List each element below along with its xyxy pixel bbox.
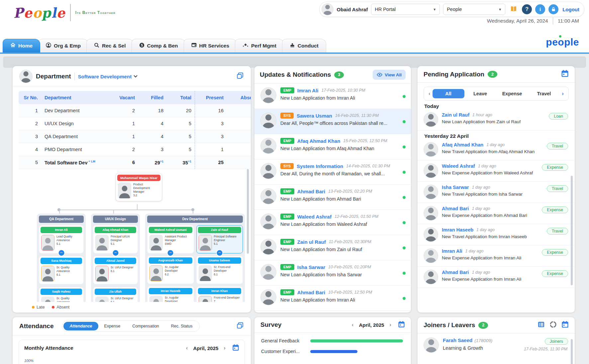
help-icon[interactable]: ? bbox=[522, 4, 532, 14]
nav-tab-comp-ben[interactable]: SComp & Ben bbox=[132, 39, 186, 52]
pending-application-row[interactable]: Ahmad Bari 1 day ago New Expense Applica… bbox=[418, 203, 575, 224]
pending-application-row[interactable]: Imran Ali 1 day ago New Expense Applicat… bbox=[418, 245, 575, 267]
org-employee-card[interactable]: Augranzaib Khan Sr. Augular Developer 6.… bbox=[147, 256, 194, 284]
nav-tab-home[interactable]: Home bbox=[3, 39, 40, 52]
logout-button[interactable]: Logout bbox=[562, 7, 579, 12]
applicant-name[interactable]: Ahmad Bari bbox=[442, 206, 469, 211]
org-employee-card[interactable]: Imran Khan Front-end Developer 7 bbox=[196, 286, 243, 302]
expand-card-icon[interactable] bbox=[236, 72, 244, 81]
department-table-row[interactable]: 2 UI/UX Design 1 4 5 31 80% bbox=[19, 117, 251, 130]
applicant-name[interactable]: Imran Haseeb bbox=[442, 227, 473, 232]
notification-sender[interactable]: Sawera Usman bbox=[297, 113, 332, 119]
pending-application-row[interactable]: Isha Sarwar 1 day ago New Travel Applica… bbox=[418, 182, 575, 203]
pending-application-row[interactable]: Ahmad Bari 1 day ago New Expense Applica… bbox=[418, 267, 575, 288]
notification-row[interactable]: EMP Afaq Ahmad Khan 15-Feb-2025, 12:50 P… bbox=[254, 134, 411, 159]
notification-row[interactable]: EMP Isha Sarwar 10-Feb-2025, 01:20PM New… bbox=[254, 260, 411, 286]
attendance-tab-expense[interactable]: Expense bbox=[98, 322, 127, 330]
org-employee-card[interactable]: Zia Ullah Sr. UI/UI Designer 6.1 bbox=[93, 287, 138, 302]
org-employee-card[interactable]: Waleed Ashraf Usmani Assistant Product M… bbox=[147, 225, 194, 253]
notification-row[interactable]: EMP Zain ul Rauf 11-Feb-2025, 02:30PM Ne… bbox=[254, 235, 411, 260]
next-month-icon[interactable]: › bbox=[387, 321, 393, 328]
notification-row[interactable]: EMP Ahmad Bari 10-Feb-2025, 12:50 PM New… bbox=[254, 286, 411, 311]
attendance-tab-attendance[interactable]: Attendance bbox=[63, 322, 98, 330]
vertical-scrollbar[interactable] bbox=[247, 169, 249, 254]
department-table-row[interactable]: 4 PMO Department 2 3 5 12 30% bbox=[19, 143, 251, 156]
pending-application-row[interactable]: Afaq Ahmad Khan 1 day ago New Travel App… bbox=[418, 139, 575, 160]
pending-application-row[interactable]: Waleed Ashraf 1 day ago New Expense Appl… bbox=[418, 160, 575, 182]
pending-application-row[interactable]: Zain ul Rauf 1 hour ago New Loan Applica… bbox=[418, 109, 575, 131]
notification-row[interactable]: SYS Sawera Usman 16-Feb-2025, 11:30 PM D… bbox=[254, 109, 411, 134]
org-employee-card[interactable]: Afaq Ahmad Khan Principal UI/UX Designer… bbox=[93, 225, 138, 253]
applicant-name[interactable]: Isha Sarwar bbox=[442, 185, 469, 190]
applicant-name[interactable]: Zain ul Rauf bbox=[442, 112, 469, 118]
nav-tab-rec-sel[interactable]: Rec & Sel bbox=[86, 39, 134, 52]
info-icon[interactable]: i bbox=[535, 4, 545, 14]
pending-tab-leave[interactable]: Leave bbox=[464, 89, 496, 98]
prev-month-icon[interactable]: ‹ bbox=[350, 321, 356, 328]
notification-row[interactable]: EMP Imran Ali 17-Feb-2025, 10:30 PM New … bbox=[254, 84, 411, 109]
lock-icon[interactable] bbox=[548, 4, 558, 14]
nav-tab-conduct[interactable]: Conduct bbox=[282, 39, 326, 52]
attendance-tab-compensation[interactable]: Compensation bbox=[126, 322, 165, 330]
org-employee-card[interactable]: Imran Haseeb Sr. Augular Developer 7 bbox=[147, 286, 194, 302]
applicant-name[interactable]: Ahmad Bari bbox=[442, 270, 469, 275]
vertical-scrollbar[interactable] bbox=[571, 176, 573, 285]
survey-bar[interactable] bbox=[310, 350, 357, 353]
attendance-tab-rec-status[interactable]: Rec. Status bbox=[165, 322, 199, 330]
nav-tab-perf-mgmt[interactable]: Perf Mgmt bbox=[235, 39, 284, 52]
tabs-next-icon[interactable]: › bbox=[560, 90, 566, 97]
collapse-node-button[interactable]: − bbox=[167, 249, 174, 256]
list-view-icon[interactable] bbox=[538, 321, 545, 329]
collapse-node-button[interactable]: − bbox=[58, 249, 65, 256]
notification-sender[interactable]: Ahmad Bari bbox=[297, 290, 325, 295]
calendar-icon[interactable] bbox=[561, 321, 569, 329]
org-employee-card[interactable]: Akmal Javed Sr. UI/UI Designer 6.1 bbox=[93, 256, 138, 284]
applicant-name[interactable]: Imran Ali bbox=[442, 248, 462, 254]
calendar-icon[interactable] bbox=[561, 70, 569, 79]
department-table-row[interactable]: 3 QA Department 1 4 5 31 70% bbox=[19, 130, 251, 143]
department-table-row[interactable]: 1 Dev Department 2 18 20 162 90% bbox=[19, 104, 251, 117]
notification-sender[interactable]: Isha Sarwar bbox=[297, 264, 325, 270]
nav-tab-hr-services[interactable]: HR Services bbox=[184, 39, 237, 52]
notification-sender[interactable]: Imran Ali bbox=[297, 88, 319, 93]
pending-application-row[interactable]: Imran Haseeb 1 day ago New Travel Applic… bbox=[418, 224, 575, 245]
collapse-node-button[interactable]: − bbox=[112, 249, 119, 256]
notification-row[interactable]: EMP Ahmad Bari 13-Feb-2025, 02:20 PM New… bbox=[254, 185, 411, 210]
expand-card-icon[interactable] bbox=[236, 321, 244, 331]
joiner-row[interactable]: Farah Saeed(178009) Learning & Growth Jo… bbox=[418, 333, 575, 353]
org-root-card[interactable]: Muhammad Waqas Nisar Product Development… bbox=[116, 173, 162, 201]
applicant-name[interactable]: Afaq Ahmad Khan bbox=[442, 142, 483, 147]
user-avatar[interactable] bbox=[322, 3, 334, 15]
org-employee-card[interactable]: Imran Ali Lead Quality Assurance 5.1 − bbox=[39, 225, 84, 253]
calendar-icon[interactable] bbox=[398, 321, 405, 329]
org-employee-card[interactable]: Usama Saleem Sr. Front-end Developer 6.1 bbox=[196, 256, 243, 284]
notification-sender[interactable]: Ahmad Bari bbox=[297, 189, 325, 194]
pending-tab-all[interactable]: All bbox=[433, 89, 464, 98]
notification-row[interactable]: EMP Waleed Ashraf 12-Feb-2025, 01:50 PM … bbox=[254, 210, 411, 235]
survey-bar[interactable] bbox=[310, 339, 403, 342]
notification-sender[interactable]: Afaq Ahmad Khan bbox=[297, 138, 340, 144]
vertical-scrollbar[interactable] bbox=[571, 339, 573, 364]
tabs-prev-icon[interactable]: ‹ bbox=[427, 90, 433, 97]
pending-tab-travel[interactable]: Travel bbox=[528, 89, 560, 98]
department-selector[interactable]: Software Development bbox=[78, 74, 138, 79]
collapse-node-button[interactable]: − bbox=[216, 249, 223, 256]
notification-sender[interactable]: Zain ul Rauf bbox=[297, 239, 326, 245]
department-table-row[interactable]: 5 Total Software Dev + LM 6 29+1 35+1 25… bbox=[19, 156, 251, 169]
module-select[interactable]: People▼ bbox=[443, 4, 505, 15]
notification-sender[interactable]: Waleed Ashraf bbox=[297, 214, 332, 220]
view-all-button[interactable]: View All bbox=[373, 70, 406, 80]
calendar-icon[interactable] bbox=[232, 344, 239, 352]
org-employee-card[interactable]: Saqib Hafeez Sr. Quality Assurance 6.1 bbox=[39, 287, 84, 302]
refresh-icon[interactable] bbox=[549, 321, 557, 329]
next-month-icon[interactable]: › bbox=[222, 345, 228, 351]
org-employee-card[interactable]: Zain ul Rauf Principal Software Engineer… bbox=[196, 225, 243, 253]
nav-tab-org-emp[interactable]: Org & Emp bbox=[38, 39, 88, 52]
applicant-name[interactable]: Waleed Ashraf bbox=[442, 163, 475, 169]
notification-sender[interactable]: System Information bbox=[297, 163, 343, 169]
org-employee-card[interactable]: Sana Mushtaq Sr. Quality Assurance 6.1 bbox=[39, 256, 84, 284]
prev-month-icon[interactable]: ‹ bbox=[184, 345, 190, 351]
notification-row[interactable]: SYS System Information 14-Feb-2025, 01:3… bbox=[254, 159, 411, 185]
joiner-name[interactable]: Farah Saeed bbox=[443, 337, 472, 343]
portal-select[interactable]: HR Portal▼ bbox=[371, 4, 440, 15]
